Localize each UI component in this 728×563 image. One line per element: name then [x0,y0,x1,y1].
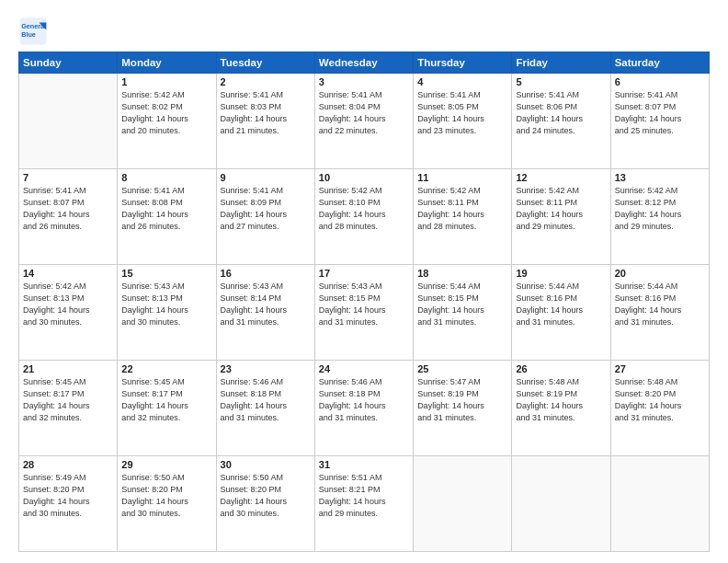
day-cell: 2Sunrise: 5:41 AM Sunset: 8:03 PM Daylig… [216,74,314,169]
day-cell: 16Sunrise: 5:43 AM Sunset: 8:14 PM Dayli… [216,265,314,361]
weekday-header-monday: Monday [118,52,216,74]
day-cell: 19Sunrise: 5:44 AM Sunset: 8:16 PM Dayli… [512,265,610,361]
day-number: 1 [121,76,211,87]
day-number: 18 [417,268,507,279]
day-info: Sunrise: 5:41 AM Sunset: 8:09 PM Dayligh… [221,185,311,233]
day-info: Sunrise: 5:44 AM Sunset: 8:16 PM Dayligh… [516,281,606,328]
day-number: 14 [23,268,113,279]
day-number: 26 [516,363,606,374]
day-info: Sunrise: 5:42 AM Sunset: 8:11 PM Dayligh… [516,185,606,233]
day-number: 19 [516,268,606,279]
day-cell: 28Sunrise: 5:49 AM Sunset: 8:20 PM Dayli… [19,456,118,552]
day-info: Sunrise: 5:43 AM Sunset: 8:15 PM Dayligh… [319,281,409,328]
day-info: Sunrise: 5:42 AM Sunset: 8:13 PM Dayligh… [23,281,113,328]
day-number: 30 [221,459,311,470]
day-number: 4 [417,76,507,87]
day-number: 25 [417,363,507,374]
day-number: 16 [221,268,311,279]
day-number: 8 [121,172,211,183]
day-cell: 10Sunrise: 5:42 AM Sunset: 8:10 PM Dayli… [314,169,413,265]
day-cell: 29Sunrise: 5:50 AM Sunset: 8:20 PM Dayli… [118,456,216,552]
day-number: 28 [23,459,113,470]
day-cell [19,74,118,169]
weekday-header-sunday: Sunday [19,52,118,74]
calendar-table: SundayMondayTuesdayWednesdayThursdayFrid… [18,52,710,552]
day-info: Sunrise: 5:46 AM Sunset: 8:18 PM Dayligh… [221,376,311,424]
day-info: Sunrise: 5:44 AM Sunset: 8:15 PM Dayligh… [417,281,507,328]
day-info: Sunrise: 5:43 AM Sunset: 8:14 PM Dayligh… [221,281,311,328]
day-number: 21 [23,363,113,374]
day-number: 27 [615,363,705,374]
weekday-header-tuesday: Tuesday [216,52,314,74]
day-cell: 24Sunrise: 5:46 AM Sunset: 8:18 PM Dayli… [314,361,413,456]
weekday-header-wednesday: Wednesday [314,52,413,74]
day-info: Sunrise: 5:42 AM Sunset: 8:12 PM Dayligh… [615,185,705,233]
day-number: 20 [615,268,705,279]
week-row-1: 1Sunrise: 5:42 AM Sunset: 8:02 PM Daylig… [19,74,710,169]
day-info: Sunrise: 5:41 AM Sunset: 8:03 PM Dayligh… [221,89,311,137]
day-cell: 3Sunrise: 5:41 AM Sunset: 8:04 PM Daylig… [314,74,413,169]
week-row-4: 21Sunrise: 5:45 AM Sunset: 8:17 PM Dayli… [19,361,710,456]
day-cell: 14Sunrise: 5:42 AM Sunset: 8:13 PM Dayli… [19,265,118,361]
day-cell: 6Sunrise: 5:41 AM Sunset: 8:07 PM Daylig… [610,74,709,169]
day-number: 2 [221,76,311,87]
logo-icon: General Blue [18,17,48,46]
day-number: 6 [615,76,705,87]
day-number: 23 [221,363,311,374]
svg-text:Blue: Blue [21,30,36,39]
day-cell: 30Sunrise: 5:50 AM Sunset: 8:20 PM Dayli… [216,456,314,552]
day-info: Sunrise: 5:50 AM Sunset: 8:20 PM Dayligh… [121,472,211,520]
day-info: Sunrise: 5:49 AM Sunset: 8:20 PM Dayligh… [23,472,113,520]
day-info: Sunrise: 5:45 AM Sunset: 8:17 PM Dayligh… [121,376,211,424]
day-info: Sunrise: 5:41 AM Sunset: 8:04 PM Dayligh… [319,89,409,137]
day-cell [610,456,709,552]
day-number: 3 [319,76,409,87]
day-cell: 13Sunrise: 5:42 AM Sunset: 8:12 PM Dayli… [610,169,709,265]
day-number: 12 [516,172,606,183]
day-info: Sunrise: 5:44 AM Sunset: 8:16 PM Dayligh… [615,281,705,328]
day-cell: 15Sunrise: 5:43 AM Sunset: 8:13 PM Dayli… [118,265,216,361]
day-info: Sunrise: 5:41 AM Sunset: 8:07 PM Dayligh… [23,185,113,233]
day-info: Sunrise: 5:47 AM Sunset: 8:19 PM Dayligh… [417,376,507,424]
weekday-header-saturday: Saturday [610,52,709,74]
day-number: 22 [121,363,211,374]
day-cell: 21Sunrise: 5:45 AM Sunset: 8:17 PM Dayli… [19,361,118,456]
day-info: Sunrise: 5:51 AM Sunset: 8:21 PM Dayligh… [319,472,409,520]
weekday-header-row: SundayMondayTuesdayWednesdayThursdayFrid… [19,52,710,74]
day-cell: 17Sunrise: 5:43 AM Sunset: 8:15 PM Dayli… [314,265,413,361]
day-number: 29 [121,459,211,470]
day-number: 31 [319,459,409,470]
day-cell: 9Sunrise: 5:41 AM Sunset: 8:09 PM Daylig… [216,169,314,265]
day-info: Sunrise: 5:46 AM Sunset: 8:18 PM Dayligh… [319,376,409,424]
day-number: 7 [23,172,113,183]
day-info: Sunrise: 5:41 AM Sunset: 8:05 PM Dayligh… [417,89,507,137]
weekday-header-thursday: Thursday [414,52,512,74]
day-info: Sunrise: 5:48 AM Sunset: 8:19 PM Dayligh… [516,376,606,424]
day-number: 9 [221,172,311,183]
day-cell: 5Sunrise: 5:41 AM Sunset: 8:06 PM Daylig… [512,74,610,169]
header: General Blue [18,17,710,46]
day-cell: 25Sunrise: 5:47 AM Sunset: 8:19 PM Dayli… [414,361,512,456]
day-info: Sunrise: 5:50 AM Sunset: 8:20 PM Dayligh… [221,472,311,520]
day-cell: 7Sunrise: 5:41 AM Sunset: 8:07 PM Daylig… [19,169,118,265]
day-number: 24 [319,363,409,374]
day-info: Sunrise: 5:41 AM Sunset: 8:07 PM Dayligh… [615,89,705,137]
day-cell [512,456,610,552]
day-cell: 31Sunrise: 5:51 AM Sunset: 8:21 PM Dayli… [314,456,413,552]
day-cell: 8Sunrise: 5:41 AM Sunset: 8:08 PM Daylig… [118,169,216,265]
day-info: Sunrise: 5:43 AM Sunset: 8:13 PM Dayligh… [121,281,211,328]
day-number: 13 [615,172,705,183]
day-number: 5 [516,76,606,87]
day-info: Sunrise: 5:42 AM Sunset: 8:11 PM Dayligh… [417,185,507,233]
day-info: Sunrise: 5:48 AM Sunset: 8:20 PM Dayligh… [615,376,705,424]
day-cell: 18Sunrise: 5:44 AM Sunset: 8:15 PM Dayli… [414,265,512,361]
day-info: Sunrise: 5:42 AM Sunset: 8:02 PM Dayligh… [121,89,211,137]
week-row-3: 14Sunrise: 5:42 AM Sunset: 8:13 PM Dayli… [19,265,710,361]
day-info: Sunrise: 5:41 AM Sunset: 8:06 PM Dayligh… [516,89,606,137]
day-number: 10 [319,172,409,183]
logo: General Blue [18,17,51,46]
day-cell: 22Sunrise: 5:45 AM Sunset: 8:17 PM Dayli… [118,361,216,456]
weekday-header-friday: Friday [512,52,610,74]
day-cell: 27Sunrise: 5:48 AM Sunset: 8:20 PM Dayli… [610,361,709,456]
day-cell: 20Sunrise: 5:44 AM Sunset: 8:16 PM Dayli… [610,265,709,361]
